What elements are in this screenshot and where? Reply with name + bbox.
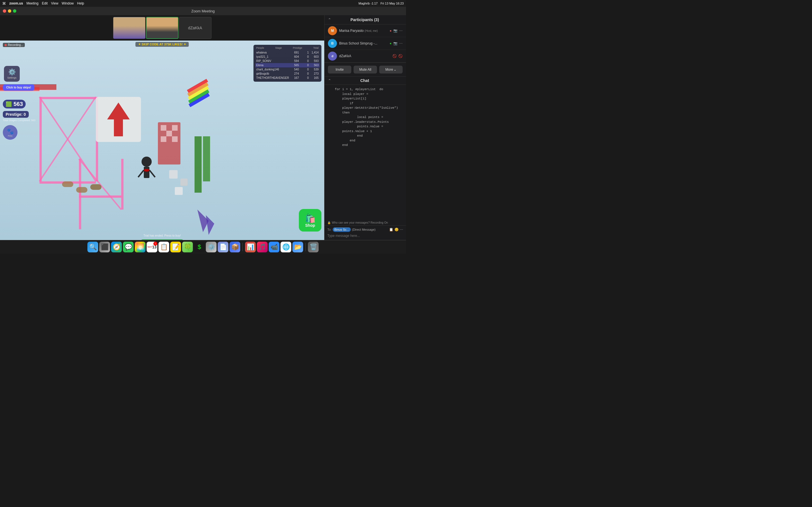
emoji-icon[interactable]: 😊 bbox=[395, 228, 399, 231]
video-thumb-2[interactable] bbox=[146, 17, 179, 39]
prestige-display: Prestige: 0 bbox=[3, 111, 29, 118]
leaderboard-header: People Stage Prestige Total bbox=[255, 47, 320, 49]
close-button[interactable] bbox=[3, 9, 6, 13]
collapse-icon[interactable]: ⌃ bbox=[328, 17, 331, 22]
participants-header: ⌃ Participants (3) bbox=[324, 15, 406, 24]
more-icon-1[interactable]: ⋯ bbox=[399, 41, 403, 45]
minimize-button[interactable] bbox=[8, 9, 11, 13]
lb-row-2: RIP_SONIV 594 0 593 bbox=[255, 59, 320, 63]
mute-all-button[interactable]: Mute All bbox=[354, 66, 377, 73]
svg-rect-21 bbox=[181, 179, 188, 186]
lb-col-total: Total bbox=[313, 47, 319, 49]
chat-input-area: To: Binus Sc... (Direct Message) 📋 😊 ⋯ bbox=[324, 225, 406, 240]
chat-message-input[interactable] bbox=[327, 233, 403, 238]
shop-button[interactable]: 🛍️ Shop bbox=[299, 209, 321, 231]
video-thumb-dzakka[interactable]: dZaKkA bbox=[179, 17, 211, 39]
lb-prestige-5: 0 bbox=[299, 72, 309, 75]
participant-video-2 bbox=[147, 17, 178, 38]
svg-rect-2 bbox=[96, 97, 98, 181]
svg-rect-19 bbox=[203, 136, 210, 181]
dock-item-clover[interactable]: 🍀 bbox=[182, 242, 193, 252]
dock-item-terminal[interactable]: $ bbox=[194, 242, 205, 252]
pets-label: Pets bbox=[8, 135, 12, 137]
action-buttons: Invite Mute All More ⌄ bbox=[324, 62, 406, 76]
dock: 🔍 ⬛ 🧭 💬 🌅 MAY 13 1 📋 📝 🍀 $ ⚙️ 📄 📦 📊 🎵 📹 … bbox=[0, 240, 406, 253]
content-area: dZaKkA Recording... ✦ SKIP CODE AT 375K … bbox=[0, 15, 406, 240]
menubar-app-name: zoom.us bbox=[9, 1, 23, 5]
gem-icon: 🟩 bbox=[6, 101, 12, 107]
dock-item-photos[interactable]: 🌅 bbox=[135, 242, 146, 252]
chat-to-row: To: Binus Sc... (Direct Message) 📋 😊 ⋯ bbox=[327, 227, 403, 232]
chat-to-label: To: bbox=[327, 228, 332, 231]
more-button[interactable]: More ⌄ bbox=[379, 66, 403, 73]
dock-item-zoom[interactable]: 📹 bbox=[269, 242, 280, 252]
dock-item-preview[interactable]: 📄 bbox=[218, 242, 229, 252]
more-icon-0[interactable]: ⋯ bbox=[399, 29, 403, 33]
participant-item-1: B Binus School Simprug -... ● 📷 ⋯ bbox=[324, 37, 406, 50]
chat-collapse-icon[interactable]: ⌃ bbox=[328, 78, 331, 83]
svg-line-9 bbox=[79, 159, 121, 210]
chat-info-text: Who can see your messages? Recording On bbox=[332, 221, 388, 224]
svg-rect-0 bbox=[40, 97, 42, 181]
lb-row-1: iyut321_1 604 0 603 bbox=[255, 55, 320, 59]
pets-button[interactable]: 🐾 Pets bbox=[3, 125, 17, 140]
menubar-help[interactable]: Help bbox=[77, 1, 84, 5]
svg-rect-30 bbox=[188, 86, 209, 100]
menubar-meeting[interactable]: Meeting bbox=[27, 1, 39, 5]
more-chat-icon[interactable]: ⋯ bbox=[400, 228, 403, 231]
trial-ended-notice: Trial has ended. Press to buy! bbox=[144, 234, 181, 237]
lb-total-4: 539 bbox=[309, 68, 319, 71]
dock-item-safari[interactable]: 🧭 bbox=[111, 242, 122, 252]
lb-col-people: People bbox=[256, 47, 264, 49]
camera-muted-icon-2: 🚫 bbox=[398, 54, 403, 58]
chat-header: ⌃ Chat bbox=[324, 76, 406, 85]
chat-messages[interactable]: for i = 1, #playerList do local player =… bbox=[324, 85, 406, 220]
menubar-left: ⌘ zoom.us Meeting Edit View Window Help bbox=[2, 1, 84, 6]
dock-item-finder[interactable]: 🔍 bbox=[87, 242, 98, 252]
svg-rect-3 bbox=[40, 181, 96, 184]
dock-item-prefs[interactable]: ⚙️ bbox=[206, 242, 216, 252]
dock-item-music[interactable]: 🎵 bbox=[257, 242, 267, 252]
window-title: Zoom Meeting bbox=[191, 9, 214, 13]
score-display: 🟩 563 bbox=[3, 100, 26, 108]
svg-rect-13 bbox=[166, 131, 172, 136]
dock-item-chrome[interactable]: 🌐 bbox=[281, 242, 291, 252]
dock-item-activity[interactable]: 📊 bbox=[245, 242, 256, 252]
participant-avatar-0: M bbox=[328, 26, 337, 35]
dock-item-reminders[interactable]: 📋 bbox=[158, 242, 169, 252]
shop-label: Shop bbox=[305, 223, 315, 228]
maximize-button[interactable] bbox=[13, 9, 16, 13]
lb-row-6: THETHORTHEAVENGER 167 0 165 bbox=[255, 76, 320, 80]
svg-marker-34 bbox=[206, 215, 214, 235]
menubar-window[interactable]: Window bbox=[62, 1, 74, 5]
enable-easy-mode-button[interactable]: Enable Easy Mode bbox=[140, 239, 184, 240]
mic-muted-icon-2: 🚫 bbox=[393, 54, 397, 58]
lb-total-0: 1,414 bbox=[309, 51, 319, 54]
dock-item-messages[interactable]: 💬 bbox=[123, 242, 134, 252]
dock-item-calendar[interactable]: MAY 13 1 bbox=[147, 242, 157, 252]
lb-prestige-6: 0 bbox=[299, 76, 309, 79]
dock-item-notes[interactable]: 📝 bbox=[170, 242, 181, 252]
video-thumb-1[interactable] bbox=[113, 17, 146, 39]
camera-icon-0: 📷 bbox=[393, 29, 398, 33]
participants-list: M Marisa Paryasto (Host, me) ● 📷 ⋯ B Bin… bbox=[324, 24, 406, 62]
window-controls bbox=[3, 9, 16, 13]
menubar-view[interactable]: View bbox=[51, 1, 58, 5]
chat-recipient-select[interactable]: Binus Sc... bbox=[333, 227, 351, 232]
lb-row-5: girl|bugctb 274 0 273 bbox=[255, 71, 320, 76]
dock-item-migrate[interactable]: 📦 bbox=[230, 242, 240, 252]
invite-button[interactable]: Invite bbox=[328, 66, 351, 73]
buy-skips-button[interactable]: Click to buy skips! bbox=[3, 84, 35, 91]
svg-rect-12 bbox=[172, 125, 177, 131]
game-wrapper[interactable]: Recording... ✦ SKIP CODE AT 375K LIKES! … bbox=[0, 41, 324, 240]
lb-row-0: whateva 691 1 1,414 bbox=[255, 50, 320, 55]
dock-item-files[interactable]: 📂 bbox=[292, 242, 303, 252]
gear-icon: ⚙️ bbox=[8, 68, 16, 76]
dock-item-trash[interactable]: 🗑️ bbox=[308, 242, 319, 252]
settings-button[interactable]: ⚙️ Settings bbox=[4, 66, 20, 82]
dock-item-launchpad[interactable]: ⬛ bbox=[99, 242, 110, 252]
menubar-edit[interactable]: Edit bbox=[42, 1, 48, 5]
copy-icon[interactable]: 📋 bbox=[389, 228, 393, 231]
lb-name-0: whateva bbox=[256, 51, 289, 54]
recording-dot-icon bbox=[4, 44, 7, 46]
